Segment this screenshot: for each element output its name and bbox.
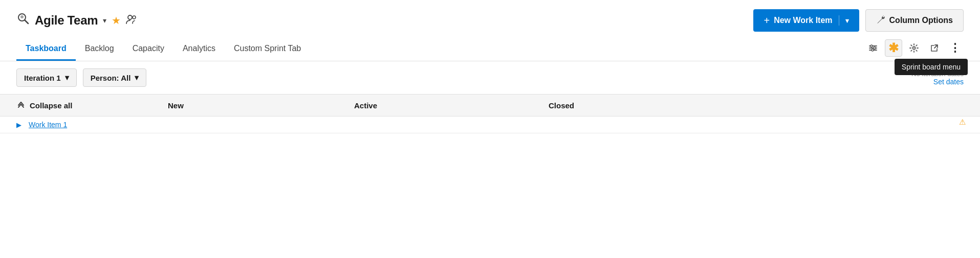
column-options-label: Column Options	[889, 16, 953, 25]
partial-row: ▶ Work Item 1	[0, 116, 980, 133]
settings-icon-button[interactable]	[905, 39, 923, 57]
person-label: Person: All	[91, 74, 131, 82]
tab-capacity[interactable]: Capacity	[123, 39, 173, 61]
warning-icon: ⚠	[959, 118, 966, 127]
col-closed-header: Closed	[549, 101, 743, 110]
tab-analytics[interactable]: Analytics	[173, 39, 225, 61]
tab-taskboard[interactable]: Taskboard	[16, 39, 76, 61]
set-dates-link[interactable]: Set dates	[933, 78, 964, 86]
more-menu-container: ⋮ Sprint board menu	[946, 39, 964, 57]
tab-backlog[interactable]: Backlog	[76, 39, 123, 61]
more-icon-button[interactable]: ⋮	[946, 39, 964, 57]
table-header-row: Collapse all New Active Closed	[0, 94, 980, 116]
collapse-all-label: Collapse all	[30, 101, 72, 110]
header-left: Agile Team ▾ ★	[16, 12, 137, 29]
svg-point-11	[913, 46, 916, 49]
wrench-icon	[876, 15, 885, 26]
svg-point-9	[874, 47, 876, 49]
nav-tabs: Taskboard Backlog Capacity Analytics Cus…	[16, 39, 310, 61]
person-dropdown[interactable]: Person: All ▾	[83, 68, 147, 87]
svg-point-4	[133, 16, 136, 19]
col-new-header: New	[160, 101, 354, 110]
iteration-label: Iteration 1	[24, 74, 61, 82]
iteration-chevron-icon: ▾	[65, 73, 69, 82]
person-chevron-icon: ▾	[135, 73, 139, 82]
header-row: Agile Team ▾ ★ + New Work Item ▾	[0, 0, 980, 39]
new-work-item-button[interactable]: + New Work Item ▾	[753, 9, 859, 32]
svg-point-2	[20, 15, 24, 18]
favorite-star-icon[interactable]: ★	[112, 14, 121, 27]
svg-point-8	[870, 45, 873, 47]
filter-icon-button[interactable]	[864, 39, 882, 57]
page-container: Agile Team ▾ ★ + New Work Item ▾	[0, 0, 980, 258]
filter-row: Iteration 1 ▾ Person: All ▾ No iteration…	[0, 61, 980, 94]
expand-icon-button[interactable]	[926, 39, 943, 57]
svg-line-1	[25, 20, 29, 24]
team-members-icon[interactable]	[126, 14, 137, 28]
sprint-board-menu-tooltip: Sprint board menu	[895, 59, 968, 75]
iteration-dropdown[interactable]: Iteration 1 ▾	[16, 68, 77, 87]
new-work-item-label: New Work Item	[774, 16, 832, 25]
header-right: + New Work Item ▾ Column Options	[753, 9, 964, 32]
plus-icon: +	[764, 15, 770, 27]
collapse-icon	[16, 100, 26, 111]
new-work-item-chevron-icon: ▾	[845, 17, 849, 25]
team-chevron-icon[interactable]: ▾	[103, 16, 106, 25]
svg-point-10	[872, 49, 874, 51]
button-divider	[839, 15, 839, 26]
col-active-header: Active	[354, 101, 549, 110]
svg-line-12	[934, 45, 938, 48]
work-item-link[interactable]: Work Item 1	[29, 121, 67, 129]
tab-actions: ✱ ⋮ Sprint board menu	[864, 39, 964, 61]
team-name: Agile Team	[35, 13, 98, 28]
svg-point-3	[128, 15, 132, 19]
asterisk-button[interactable]: ✱	[885, 39, 902, 57]
collapse-all-button[interactable]: Collapse all	[16, 100, 160, 111]
column-options-button[interactable]: Column Options	[865, 9, 964, 32]
nav-tabs-row: Taskboard Backlog Capacity Analytics Cus…	[0, 39, 980, 61]
row-expand-icon: ▶	[16, 121, 21, 129]
tab-custom-sprint[interactable]: Custom Sprint Tab	[225, 39, 310, 61]
team-icon	[16, 12, 30, 29]
